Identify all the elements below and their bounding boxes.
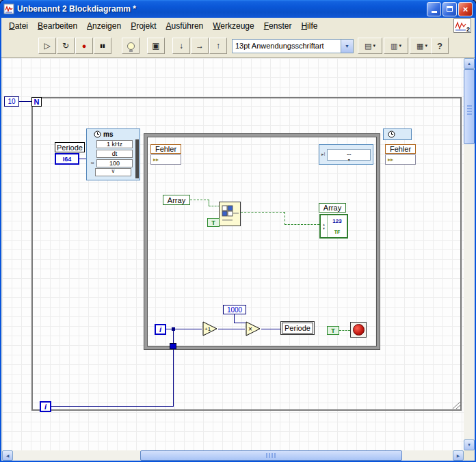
menu-ausfuehren[interactable]: Ausführen: [161, 19, 209, 33]
multiply-label: ×: [248, 325, 252, 333]
wire-mult-to-periode[interactable]: [261, 329, 280, 329]
wire-outer-iteration[interactable]: [173, 349, 174, 407]
increment-node[interactable]: +1: [202, 321, 218, 336]
loop-tunnel[interactable]: [170, 343, 176, 349]
chevron-down-icon: ▾: [425, 43, 427, 49]
step-out-button[interactable]: ↑: [209, 38, 227, 54]
font-selector-arrow[interactable]: ▼: [341, 40, 353, 53]
menu-bearbeiten[interactable]: Bearbeiten: [33, 19, 82, 33]
minimize-button[interactable]: [427, 2, 441, 16]
while-iteration-terminal[interactable]: i: [155, 324, 166, 335]
index-array-node[interactable]: [219, 202, 241, 226]
wire-array-in[interactable]: [190, 200, 209, 200]
align-objects-dropdown[interactable]: ▤ ▾: [358, 38, 382, 54]
timing-row-value[interactable]: dt: [96, 150, 133, 158]
horizontal-scroll-thumb[interactable]: [140, 450, 402, 461]
for-loop-resize-corner[interactable]: [451, 401, 461, 409]
scroll-right-button[interactable]: ▶: [453, 450, 464, 461]
abort-button[interactable]: ●: [75, 38, 93, 54]
array-out-label[interactable]: Array: [319, 203, 346, 213]
wire-inc-to-mult[interactable]: [218, 329, 245, 329]
wire-periode-to-timing[interactable]: [79, 159, 86, 159]
horizontal-scrollbar[interactable]: ◀ ▶: [2, 450, 464, 461]
maximize-button[interactable]: [442, 2, 457, 16]
error-in-terminal[interactable]: ▸▸: [150, 154, 181, 165]
wire-stop-condition[interactable]: [339, 330, 350, 331]
error-out-label[interactable]: Fehler: [385, 144, 416, 154]
menu-werkzeuge[interactable]: Werkzeuge: [208, 19, 259, 33]
pause-icon: ▮▮: [100, 43, 105, 49]
timing-output-node[interactable]: [383, 128, 412, 140]
timing-row-value[interactable]: 100: [96, 159, 133, 167]
periode-control-terminal[interactable]: I64: [55, 153, 79, 165]
titlebar[interactable]: Unbenannt 2 Blockdiagramm * ×: [0, 0, 476, 18]
array-indicator-terminal[interactable]: ▴▾ 123 TF: [319, 214, 348, 239]
block-diagram-canvas[interactable]: 10 N Periode I64 ms 1 kHz: [2, 58, 464, 450]
wire-array-out[interactable]: [285, 224, 319, 225]
menu-projekt[interactable]: Projekt: [126, 19, 161, 33]
boolean-constant[interactable]: T: [207, 218, 220, 227]
wire-count[interactable]: [19, 101, 31, 102]
scroll-left-button[interactable]: ◀: [2, 450, 13, 461]
timing-node-expand-chevron[interactable]: ∨: [95, 168, 131, 176]
step-over-button[interactable]: →: [191, 38, 209, 54]
scroll-grip: [467, 104, 472, 115]
menu-datei[interactable]: Datei: [4, 19, 33, 33]
menu-hilfe[interactable]: Hilfe: [296, 19, 322, 33]
timing-row-icon: ³²: [88, 161, 96, 165]
for-iteration-terminal[interactable]: i: [40, 401, 51, 412]
wire-array-out[interactable]: [285, 212, 285, 225]
multiply-node[interactable]: ×: [245, 321, 261, 336]
periode-control-label[interactable]: Periode: [55, 142, 85, 152]
error-in-label[interactable]: Fehler: [150, 144, 181, 154]
wire-outer-iteration[interactable]: [51, 406, 173, 407]
increment-label: +1: [204, 326, 211, 332]
error-display-value[interactable]: -- ▾: [327, 149, 371, 161]
window-frame: Datei Bearbeiten Anzeigen Projekt Ausfüh…: [1, 18, 475, 461]
font-selector[interactable]: 13pt Anwendungsschriftart ▼: [232, 39, 354, 53]
scroll-left-icon: ◀: [6, 453, 10, 458]
timing-config-node[interactable]: ms 1 kHz dt ³² 100 ∨: [86, 128, 140, 180]
run-continuous-button[interactable]: ↻: [57, 38, 75, 54]
run-button[interactable]: ▷: [38, 38, 56, 54]
error-out-terminal[interactable]: ▸▸: [385, 154, 416, 165]
vertical-scrollbar[interactable]: ▲ ▼: [464, 58, 475, 450]
count-constant[interactable]: 10: [4, 96, 19, 107]
loop-condition-terminal[interactable]: [350, 322, 367, 338]
app-icon[interactable]: [3, 3, 14, 14]
menu-anzeigen[interactable]: Anzeigen: [82, 19, 126, 33]
error-display-node[interactable]: ▸! -- ▾: [319, 144, 373, 165]
vi-icon[interactable]: 2: [453, 18, 471, 33]
timing-node-scroll-strip[interactable]: [135, 139, 139, 178]
wire-iteration-branch[interactable]: [173, 329, 174, 343]
boolean-constant[interactable]: T: [327, 326, 339, 335]
timing-row[interactable]: 1 kHz: [88, 139, 133, 148]
periode-indicator[interactable]: Periode: [280, 321, 315, 335]
help-button[interactable]: ?: [431, 38, 449, 54]
while-loop[interactable]: [144, 134, 380, 349]
array-index-selector[interactable]: ▴▾: [321, 215, 328, 237]
vertical-scroll-thumb[interactable]: [464, 69, 475, 144]
step-into-button[interactable]: ↓: [172, 38, 190, 54]
loop-count-terminal[interactable]: N: [31, 97, 42, 107]
stop-button-icon[interactable]: [353, 324, 365, 336]
chevron-down-icon: ▼: [345, 44, 349, 49]
pause-button[interactable]: ▮▮: [94, 38, 111, 54]
scroll-up-button[interactable]: ▲: [464, 58, 475, 69]
scroll-down-button[interactable]: ▼: [464, 439, 475, 450]
close-button[interactable]: ×: [458, 2, 473, 16]
menubar: Datei Bearbeiten Anzeigen Projekt Ausfüh…: [1, 18, 475, 34]
timing-row-value[interactable]: 1 kHz: [96, 140, 133, 148]
timing-row[interactable]: ³² 100: [88, 159, 133, 167]
distribute-objects-dropdown[interactable]: ▥ ▾: [384, 38, 408, 54]
wire-1000[interactable]: [234, 323, 246, 323]
step-into-icon: ↓: [179, 41, 183, 51]
highlight-execution-button[interactable]: [122, 38, 140, 54]
menu-fenster[interactable]: Fenster: [259, 19, 297, 33]
timing-row[interactable]: dt: [88, 149, 133, 158]
retain-wire-values-button[interactable]: ▣: [147, 38, 165, 54]
array-in-label[interactable]: Array: [163, 195, 190, 205]
wire-array-out[interactable]: [241, 212, 285, 213]
constant-1000[interactable]: 1000: [223, 305, 246, 314]
wire-array-in[interactable]: [209, 206, 220, 206]
